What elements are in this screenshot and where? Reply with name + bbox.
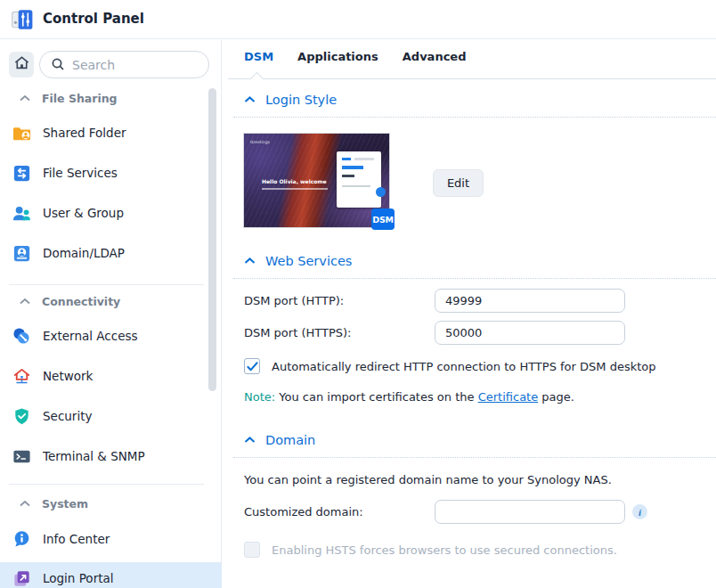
sidebar-scrollbar-thumb[interactable] [208, 88, 216, 391]
chevron-up-icon [20, 95, 30, 102]
sidebar-item-shared-folder[interactable]: Shared Folder [0, 117, 222, 149]
external-access-icon [12, 326, 32, 347]
sidebar-item-label: Network [43, 369, 93, 383]
note-body: You can import certificates on the [275, 390, 478, 404]
domain-ldap-icon [12, 243, 32, 264]
sidebar-section-system[interactable]: System [0, 495, 222, 511]
chevron-up-icon [244, 437, 256, 444]
dsm-https-port-input[interactable] [435, 321, 625, 345]
section-title: Domain [265, 433, 315, 447]
sidebar-section-label: System [42, 497, 88, 510]
certificate-note: Note: You can import certificates on the… [244, 390, 574, 404]
hsts-row: Enabling HSTS forces browsers to use sec… [244, 542, 617, 558]
tab-advanced[interactable]: Advanced [403, 50, 467, 63]
preview-brand-text: Greetings [250, 139, 270, 143]
info-icon[interactable]: i [632, 504, 647, 519]
domain-description: You can point a registered domain name t… [244, 473, 612, 486]
user-group-icon [12, 203, 32, 224]
sidebar-item-label: Login Portal [43, 571, 114, 585]
hsts-label: Enabling HSTS forces browsers to use sec… [272, 543, 617, 557]
sidebar-item-login-portal[interactable]: Login Portal [0, 562, 222, 588]
home-icon [13, 54, 30, 75]
sidebar-item-security[interactable]: Security [0, 400, 222, 432]
chevron-up-icon [244, 96, 256, 103]
sidebar-item-label: Info Center [43, 532, 110, 546]
chevron-up-icon [244, 257, 256, 265]
sidebar-divider [9, 484, 204, 485]
control-panel-window: Control Panel [0, 0, 716, 588]
sidebar-item-file-services[interactable]: File Services [0, 157, 222, 189]
redirect-https-checkbox[interactable] [244, 358, 260, 374]
section-divider [233, 117, 716, 118]
sidebar-item-label: External Access [43, 329, 138, 343]
redirect-https-row: Automatically redirect HTTP connection t… [244, 358, 656, 374]
sidebar: File Sharing Shared Folder [0, 40, 222, 588]
sidebar-item-network[interactable]: Network [0, 360, 222, 392]
sidebar-section-connectivity[interactable]: Connectivity [0, 293, 222, 309]
section-header-login-style[interactable]: Login Style [244, 93, 337, 107]
sidebar-item-label: Shared Folder [43, 126, 126, 140]
customized-domain-label: Customized domain: [244, 500, 363, 524]
hsts-checkbox[interactable] [244, 542, 260, 558]
certificate-link[interactable]: Certificate [478, 390, 539, 404]
search-icon [51, 57, 66, 76]
terminal-icon [12, 446, 32, 467]
sidebar-divider [9, 284, 204, 285]
sidebar-section-file-sharing[interactable]: File Sharing [0, 90, 222, 106]
dsm-http-port-label: DSM port (HTTP): [244, 289, 344, 313]
security-shield-icon [12, 406, 32, 427]
tab-underline [228, 78, 716, 79]
file-services-icon [12, 163, 32, 184]
dsm-badge: DSM [371, 208, 395, 230]
section-divider [233, 278, 716, 279]
active-tab-notch [250, 72, 264, 86]
app-header: Control Panel [0, 0, 716, 39]
home-button[interactable] [9, 52, 34, 78]
search-box [39, 51, 209, 78]
sidebar-section-label: File Sharing [42, 92, 118, 105]
page-title: Control Panel [43, 0, 144, 38]
tab-bar: DSM Applications Advanced [244, 50, 490, 63]
tab-dsm[interactable]: DSM [244, 50, 273, 63]
sidebar-item-label: File Services [43, 166, 118, 180]
section-divider [233, 457, 716, 458]
chevron-up-icon [20, 298, 30, 305]
chevron-up-icon [20, 501, 30, 507]
preview-login-card [337, 151, 381, 208]
redirect-https-label: Automatically redirect HTTP connection t… [272, 360, 656, 373]
shared-folder-icon [12, 123, 32, 143]
control-panel-icon [11, 8, 34, 31]
network-icon [12, 366, 32, 387]
preview-signin-button [376, 187, 386, 197]
tab-applications[interactable]: Applications [297, 50, 378, 63]
dsm-https-port-label: DSM port (HTTPS): [244, 321, 351, 345]
dsm-http-port-input[interactable] [435, 289, 625, 313]
sidebar-item-info-center[interactable]: Info Center [0, 523, 222, 555]
section-header-domain[interactable]: Domain [244, 433, 315, 447]
sidebar-item-external-access[interactable]: External Access [0, 320, 222, 352]
customized-domain-input[interactable] [435, 500, 625, 524]
sidebar-item-label: User & Group [43, 206, 124, 220]
section-title: Login Style [265, 93, 337, 107]
sidebar-item-label: Terminal & SNMP [43, 449, 145, 463]
section-header-web-services[interactable]: Web Services [244, 254, 352, 268]
section-title: Web Services [265, 254, 352, 268]
login-style-preview: Greetings Hello Olivia, welcome DSM [244, 134, 389, 227]
sidebar-item-domain-ldap[interactable]: Domain/LDAP [0, 237, 222, 269]
sidebar-item-terminal-snmp[interactable]: Terminal & SNMP [0, 440, 222, 472]
preview-headline-text: Hello Olivia, welcome [262, 178, 327, 184]
note-suffix: page. [538, 390, 574, 404]
main-content: DSM Applications Advanced Login Style Gr… [223, 39, 716, 588]
sidebar-section-label: Connectivity [42, 295, 120, 308]
info-center-icon [12, 529, 32, 550]
login-portal-icon [12, 568, 32, 588]
sidebar-item-label: Security [43, 409, 92, 423]
edit-button[interactable]: Edit [433, 169, 484, 197]
note-prefix: Note: [244, 390, 275, 404]
login-preview-image: Greetings Hello Olivia, welcome [244, 134, 389, 227]
sidebar-item-label: Domain/LDAP [43, 246, 125, 260]
sidebar-item-user-group[interactable]: User & Group [0, 197, 222, 229]
